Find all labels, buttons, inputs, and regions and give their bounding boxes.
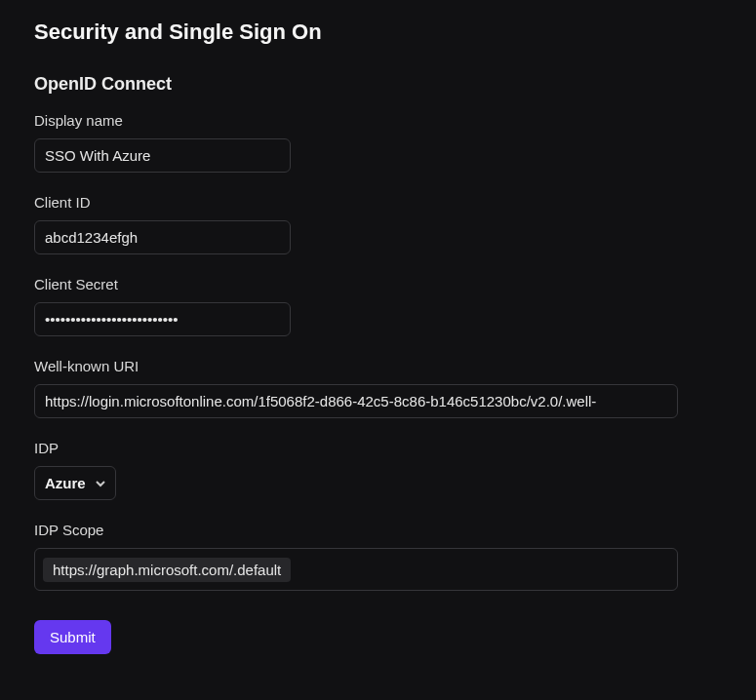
tag-idp-scope[interactable]: https://graph.microsoft.com/.default [43, 558, 291, 582]
field-idp: IDP Azure [34, 440, 722, 500]
submit-button[interactable]: Submit [34, 620, 111, 654]
label-idp-scope: IDP Scope [34, 522, 722, 538]
chevron-down-icon [96, 479, 105, 488]
input-idp-scope[interactable]: https://graph.microsoft.com/.default [34, 548, 678, 591]
select-idp[interactable]: Azure [34, 466, 116, 500]
section-title-openid: OpenID Connect [34, 74, 722, 95]
page-title: Security and Single Sign On [34, 19, 722, 45]
input-client-secret[interactable] [34, 302, 291, 336]
label-client-id: Client ID [34, 194, 722, 211]
label-display-name: Display name [34, 112, 722, 129]
field-idp-scope: IDP Scope https://graph.microsoft.com/.d… [34, 522, 722, 591]
field-display-name: Display name [34, 112, 722, 173]
select-idp-value: Azure [45, 475, 86, 491]
input-display-name[interactable] [34, 138, 291, 173]
field-client-id: Client ID [34, 194, 722, 254]
input-client-id[interactable] [34, 220, 291, 254]
label-idp: IDP [34, 440, 722, 456]
field-well-known-uri: Well-known URI [34, 358, 722, 418]
label-well-known-uri: Well-known URI [34, 358, 722, 374]
field-client-secret: Client Secret [34, 276, 722, 336]
label-client-secret: Client Secret [34, 276, 722, 292]
input-well-known-uri[interactable] [34, 384, 678, 418]
